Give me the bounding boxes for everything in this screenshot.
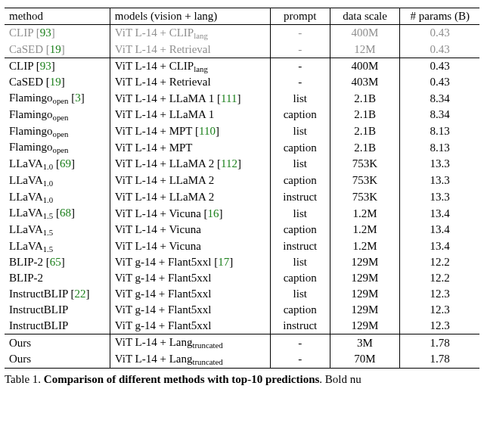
cell-prompt: - (270, 74, 330, 90)
cell-prompt: instruct (270, 238, 330, 255)
cell-method: Ours (5, 351, 110, 368)
cell-method: Flamingoopen [3] (5, 90, 110, 107)
cell-params: 8.13 (400, 139, 479, 156)
cell-prompt: list (270, 205, 330, 222)
cell-params: 13.4 (400, 205, 479, 222)
citation-link[interactable]: 112 (221, 157, 237, 170)
citation-link[interactable]: 110 (199, 125, 216, 137)
cell-scale: 1.2M (330, 222, 400, 238)
cell-scale: 129M (330, 302, 400, 318)
cell-params: 8.13 (400, 123, 479, 140)
cell-models: ViT L-14 + Vicuna (110, 222, 270, 238)
table-row: LLaVA1.5ViT L-14 + Vicunainstruct1.2M13.… (5, 238, 479, 255)
cell-models: ViT L-14 + CLIPlang (110, 58, 270, 74)
cell-method: Flamingoopen (5, 107, 110, 123)
cell-models: ViT g-14 + Flant5xxl (110, 318, 270, 334)
cell-prompt: list (270, 123, 330, 140)
cell-params: 0.43 (400, 25, 479, 42)
cell-models: ViT L-14 + MPT (110, 139, 270, 156)
comparison-table: method models (vision + lang) prompt dat… (5, 8, 479, 369)
cell-method: LLaVA1.5 (5, 238, 110, 255)
cell-scale: 129M (330, 270, 400, 286)
col-params: # params (B) (400, 8, 479, 25)
cell-models: ViT L-14 + LLaMA 2 (110, 189, 270, 206)
cell-scale: 403M (330, 74, 400, 90)
cell-params: 8.34 (400, 107, 479, 123)
cell-params: 12.3 (400, 318, 479, 334)
cell-prompt: - (270, 351, 330, 368)
citation-link[interactable]: 111 (221, 92, 237, 104)
cell-prompt: caption (270, 222, 330, 238)
cell-prompt: - (270, 334, 330, 351)
cell-method: Flamingoopen (5, 123, 110, 140)
cell-params: 13.3 (400, 173, 479, 189)
cell-models: ViT L-14 + Retrieval (110, 74, 270, 90)
cell-scale: 400M (330, 58, 400, 74)
cell-models: ViT L-14 + Vicuna [16] (110, 205, 270, 222)
table-row: FlamingoopenViT L-14 + MPT [110]list2.1B… (5, 123, 479, 140)
table-row: BLIP-2ViT g-14 + Flant5xxlcaption129M12.… (5, 270, 479, 286)
citation-link[interactable]: 93 (40, 60, 51, 72)
table-row: OursViT L-14 + Langtruncated-70M1.78 (5, 351, 479, 368)
caption-ten: 10 (251, 373, 262, 385)
cell-params: 13.3 (400, 156, 479, 173)
cell-scale: 1.2M (330, 205, 400, 222)
table-row: CaSED [19]ViT L-14 + Retrieval-12M0.43 (5, 42, 479, 58)
citation-link[interactable]: 16 (208, 207, 219, 219)
table-row: LLaVA1.0 [69]ViT L-14 + LLaMA 2 [112]lis… (5, 156, 479, 173)
cell-scale: 2.1B (330, 139, 400, 156)
cell-scale: 1.2M (330, 238, 400, 255)
caption-tail: . Bold nu (319, 373, 361, 385)
cell-method: Ours (5, 334, 110, 351)
citation-link[interactable]: 68 (60, 207, 71, 219)
citation-link[interactable]: 19 (50, 43, 61, 55)
cell-params: 12.2 (400, 270, 479, 286)
cell-models: ViT g-14 + Flant5xxl (110, 302, 270, 318)
table-row: BLIP-2 [65]ViT g-14 + Flant5xxl [17]list… (5, 254, 479, 270)
table-header-row: method models (vision + lang) prompt dat… (5, 8, 479, 25)
cell-method: BLIP-2 [65] (5, 254, 110, 270)
cell-params: 0.43 (400, 74, 479, 90)
cell-scale: 2.1B (330, 123, 400, 140)
cell-method: CLIP [93] (5, 58, 110, 74)
cell-params: 13.3 (400, 189, 479, 206)
table-row: CaSED [19]ViT L-14 + Retrieval-403M0.43 (5, 74, 479, 90)
cell-prompt: - (270, 25, 330, 42)
cell-method: InstructBLIP [22] (5, 286, 110, 302)
citation-link[interactable]: 17 (218, 256, 229, 268)
cell-method: CaSED [19] (5, 74, 110, 90)
table-caption: Table 1. Comparison of different methods… (5, 373, 479, 386)
table-row: FlamingoopenViT L-14 + MPTcaption2.1B8.1… (5, 139, 479, 156)
cell-scale: 400M (330, 25, 400, 42)
cell-models: ViT L-14 + CLIPlang (110, 25, 270, 42)
cell-scale: 129M (330, 286, 400, 302)
citation-link[interactable]: 65 (50, 256, 61, 268)
cell-params: 12.3 (400, 302, 479, 318)
cell-method: BLIP-2 (5, 270, 110, 286)
cell-prompt: instruct (270, 189, 330, 206)
cell-params: 13.4 (400, 222, 479, 238)
cell-method: LLaVA1.5 (5, 222, 110, 238)
citation-link[interactable]: 19 (50, 76, 61, 88)
cell-scale: 753K (330, 189, 400, 206)
cell-scale: 2.1B (330, 90, 400, 107)
cell-method: LLaVA1.5 [68] (5, 205, 110, 222)
cell-models: ViT g-14 + Flant5xxl (110, 286, 270, 302)
cell-models: ViT L-14 + MPT [110] (110, 123, 270, 140)
cell-scale: 3M (330, 334, 400, 351)
cell-params: 0.43 (400, 42, 479, 58)
col-method: method (5, 8, 110, 25)
citation-link[interactable]: 93 (40, 26, 51, 39)
cell-method: CaSED [19] (5, 42, 110, 58)
citation-link[interactable]: 22 (75, 288, 86, 300)
citation-link[interactable]: 3 (75, 92, 81, 104)
cell-models: ViT L-14 + LLaMA 2 (110, 173, 270, 189)
table-row: CLIP [93]ViT L-14 + CLIPlang-400M0.43 (5, 25, 479, 42)
cell-prompt: - (270, 58, 330, 74)
table-row: InstructBLIPViT g-14 + Flant5xxlcaption1… (5, 302, 479, 318)
cell-method: InstructBLIP (5, 318, 110, 334)
cell-params: 13.4 (400, 238, 479, 255)
table-row: LLaVA1.0ViT L-14 + LLaMA 2instruct753K13… (5, 189, 479, 206)
cell-scale: 12M (330, 42, 400, 58)
citation-link[interactable]: 69 (60, 157, 71, 170)
